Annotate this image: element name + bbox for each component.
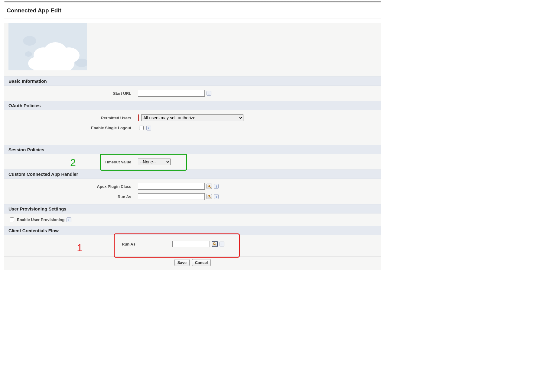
handler-runas-label: Run As <box>4 194 138 199</box>
cancel-button[interactable]: Cancel <box>192 259 211 266</box>
svg-point-10 <box>208 185 210 187</box>
lookup-icon[interactable] <box>207 184 212 189</box>
help-icon[interactable]: i <box>214 184 219 189</box>
enable-user-provisioning-checkbox[interactable] <box>10 217 14 222</box>
section-header-session: Session Policies <box>4 145 381 154</box>
svg-point-2 <box>25 51 32 57</box>
handler-runas-input[interactable] <box>138 193 205 200</box>
annotation-box-2 <box>100 154 187 171</box>
enable-user-provisioning-label: Enable User Provisioning <box>17 217 65 222</box>
section-header-handler: Custom Connected App Handler <box>4 169 381 179</box>
start-url-input[interactable] <box>138 90 205 97</box>
help-icon[interactable]: i <box>214 194 219 199</box>
content-panel: Basic Information Start URL i OAuth Poli… <box>4 23 381 270</box>
svg-point-12 <box>208 195 210 197</box>
annotation-box-1 <box>114 233 240 258</box>
lookup-icon[interactable] <box>207 194 212 199</box>
permitted-users-label: Permitted Users <box>4 116 138 120</box>
window-top-border <box>4 1 381 2</box>
save-button[interactable]: Save <box>174 259 190 266</box>
permitted-users-select[interactable]: All users may self-authorize <box>141 114 243 121</box>
app-logo-placeholder <box>8 23 87 70</box>
apex-plugin-class-input[interactable] <box>138 183 205 190</box>
annotation-label-1: 1 <box>77 242 83 254</box>
section-header-provisioning: User Provisioning Settings <box>4 204 381 214</box>
help-icon[interactable]: i <box>67 217 71 222</box>
required-indicator <box>138 114 139 121</box>
svg-point-9 <box>28 57 46 70</box>
enable-single-logout-checkbox[interactable] <box>139 126 144 130</box>
apex-plugin-class-label: Apex Plugin Class <box>4 184 138 189</box>
start-url-label: Start URL <box>4 91 138 96</box>
section-header-oauth: OAuth Policies <box>4 101 381 110</box>
cloud-icon <box>8 23 87 70</box>
page-title: Connected App Edit <box>4 5 381 18</box>
help-icon[interactable]: i <box>146 126 151 130</box>
svg-line-13 <box>210 197 211 198</box>
annotation-label-2: 2 <box>70 157 76 169</box>
enable-single-logout-label: Enable Single Logout <box>4 126 138 130</box>
help-icon[interactable]: i <box>207 91 211 96</box>
svg-point-1 <box>23 36 36 46</box>
section-header-basic-info: Basic Information <box>4 76 381 86</box>
svg-line-11 <box>210 187 211 188</box>
button-bar: Save Cancel <box>4 256 381 270</box>
